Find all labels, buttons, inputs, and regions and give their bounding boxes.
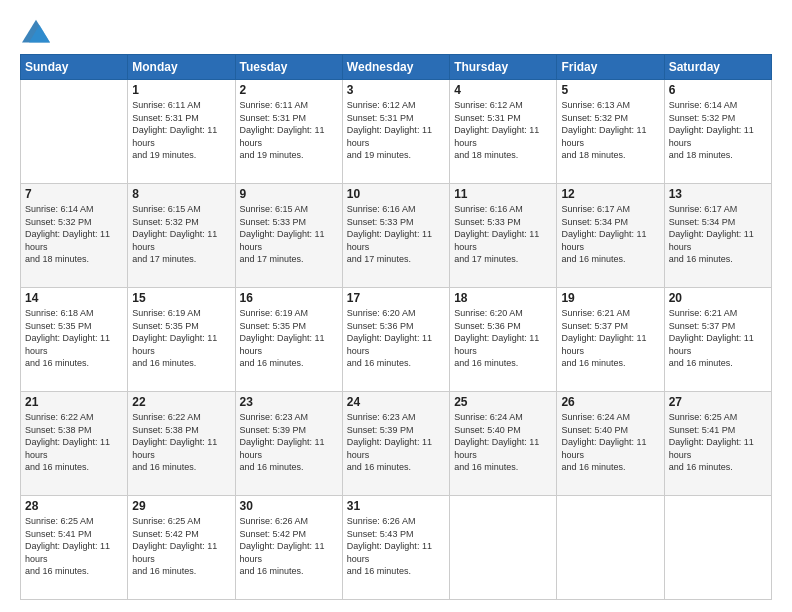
day-info: Sunrise: 6:17 AMSunset: 5:34 PMDaylight:… [669,203,767,266]
day-number: 4 [454,83,552,97]
day-number: 24 [347,395,445,409]
logo-icon [20,18,52,46]
calendar-header-friday: Friday [557,55,664,80]
day-info: Sunrise: 6:25 AMSunset: 5:41 PMDaylight:… [25,515,123,578]
calendar-cell: 22Sunrise: 6:22 AMSunset: 5:38 PMDayligh… [128,392,235,496]
calendar-cell: 1Sunrise: 6:11 AMSunset: 5:31 PMDaylight… [128,80,235,184]
calendar-header-wednesday: Wednesday [342,55,449,80]
day-info: Sunrise: 6:24 AMSunset: 5:40 PMDaylight:… [561,411,659,474]
calendar-week-4: 28Sunrise: 6:25 AMSunset: 5:41 PMDayligh… [21,496,772,600]
calendar-cell: 26Sunrise: 6:24 AMSunset: 5:40 PMDayligh… [557,392,664,496]
calendar-cell: 3Sunrise: 6:12 AMSunset: 5:31 PMDaylight… [342,80,449,184]
day-number: 19 [561,291,659,305]
calendar-week-2: 14Sunrise: 6:18 AMSunset: 5:35 PMDayligh… [21,288,772,392]
calendar-cell: 20Sunrise: 6:21 AMSunset: 5:37 PMDayligh… [664,288,771,392]
logo [20,18,56,46]
calendar-header-monday: Monday [128,55,235,80]
day-info: Sunrise: 6:11 AMSunset: 5:31 PMDaylight:… [132,99,230,162]
calendar-cell [21,80,128,184]
calendar-cell: 6Sunrise: 6:14 AMSunset: 5:32 PMDaylight… [664,80,771,184]
day-number: 15 [132,291,230,305]
calendar-cell: 4Sunrise: 6:12 AMSunset: 5:31 PMDaylight… [450,80,557,184]
day-number: 8 [132,187,230,201]
calendar-cell: 24Sunrise: 6:23 AMSunset: 5:39 PMDayligh… [342,392,449,496]
calendar-cell: 15Sunrise: 6:19 AMSunset: 5:35 PMDayligh… [128,288,235,392]
day-info: Sunrise: 6:13 AMSunset: 5:32 PMDaylight:… [561,99,659,162]
calendar-header-tuesday: Tuesday [235,55,342,80]
day-number: 14 [25,291,123,305]
calendar-week-0: 1Sunrise: 6:11 AMSunset: 5:31 PMDaylight… [21,80,772,184]
day-info: Sunrise: 6:16 AMSunset: 5:33 PMDaylight:… [347,203,445,266]
calendar-cell: 27Sunrise: 6:25 AMSunset: 5:41 PMDayligh… [664,392,771,496]
calendar-cell: 8Sunrise: 6:15 AMSunset: 5:32 PMDaylight… [128,184,235,288]
day-number: 7 [25,187,123,201]
day-info: Sunrise: 6:25 AMSunset: 5:42 PMDaylight:… [132,515,230,578]
day-number: 17 [347,291,445,305]
calendar-cell: 25Sunrise: 6:24 AMSunset: 5:40 PMDayligh… [450,392,557,496]
day-info: Sunrise: 6:11 AMSunset: 5:31 PMDaylight:… [240,99,338,162]
day-number: 9 [240,187,338,201]
calendar-cell: 28Sunrise: 6:25 AMSunset: 5:41 PMDayligh… [21,496,128,600]
day-number: 6 [669,83,767,97]
day-number: 30 [240,499,338,513]
calendar-cell: 7Sunrise: 6:14 AMSunset: 5:32 PMDaylight… [21,184,128,288]
day-number: 27 [669,395,767,409]
day-number: 18 [454,291,552,305]
day-info: Sunrise: 6:17 AMSunset: 5:34 PMDaylight:… [561,203,659,266]
calendar-cell [557,496,664,600]
day-number: 5 [561,83,659,97]
calendar-cell: 29Sunrise: 6:25 AMSunset: 5:42 PMDayligh… [128,496,235,600]
day-info: Sunrise: 6:14 AMSunset: 5:32 PMDaylight:… [669,99,767,162]
day-number: 29 [132,499,230,513]
calendar-cell: 5Sunrise: 6:13 AMSunset: 5:32 PMDaylight… [557,80,664,184]
day-info: Sunrise: 6:26 AMSunset: 5:42 PMDaylight:… [240,515,338,578]
calendar-header-sunday: Sunday [21,55,128,80]
day-number: 1 [132,83,230,97]
calendar-cell: 2Sunrise: 6:11 AMSunset: 5:31 PMDaylight… [235,80,342,184]
day-info: Sunrise: 6:12 AMSunset: 5:31 PMDaylight:… [347,99,445,162]
header [20,18,772,46]
day-info: Sunrise: 6:19 AMSunset: 5:35 PMDaylight:… [132,307,230,370]
day-number: 11 [454,187,552,201]
day-number: 13 [669,187,767,201]
day-info: Sunrise: 6:26 AMSunset: 5:43 PMDaylight:… [347,515,445,578]
calendar-cell: 11Sunrise: 6:16 AMSunset: 5:33 PMDayligh… [450,184,557,288]
calendar-cell: 10Sunrise: 6:16 AMSunset: 5:33 PMDayligh… [342,184,449,288]
day-number: 31 [347,499,445,513]
day-info: Sunrise: 6:15 AMSunset: 5:33 PMDaylight:… [240,203,338,266]
calendar-week-3: 21Sunrise: 6:22 AMSunset: 5:38 PMDayligh… [21,392,772,496]
day-number: 21 [25,395,123,409]
day-info: Sunrise: 6:21 AMSunset: 5:37 PMDaylight:… [561,307,659,370]
calendar-cell: 23Sunrise: 6:23 AMSunset: 5:39 PMDayligh… [235,392,342,496]
calendar-cell: 18Sunrise: 6:20 AMSunset: 5:36 PMDayligh… [450,288,557,392]
day-number: 16 [240,291,338,305]
calendar-cell: 9Sunrise: 6:15 AMSunset: 5:33 PMDaylight… [235,184,342,288]
day-info: Sunrise: 6:20 AMSunset: 5:36 PMDaylight:… [454,307,552,370]
day-info: Sunrise: 6:15 AMSunset: 5:32 PMDaylight:… [132,203,230,266]
calendar-cell [450,496,557,600]
day-info: Sunrise: 6:14 AMSunset: 5:32 PMDaylight:… [25,203,123,266]
day-number: 23 [240,395,338,409]
day-info: Sunrise: 6:22 AMSunset: 5:38 PMDaylight:… [25,411,123,474]
day-number: 10 [347,187,445,201]
day-number: 3 [347,83,445,97]
day-info: Sunrise: 6:23 AMSunset: 5:39 PMDaylight:… [240,411,338,474]
day-info: Sunrise: 6:21 AMSunset: 5:37 PMDaylight:… [669,307,767,370]
day-info: Sunrise: 6:25 AMSunset: 5:41 PMDaylight:… [669,411,767,474]
day-info: Sunrise: 6:18 AMSunset: 5:35 PMDaylight:… [25,307,123,370]
calendar-header-saturday: Saturday [664,55,771,80]
calendar-week-1: 7Sunrise: 6:14 AMSunset: 5:32 PMDaylight… [21,184,772,288]
day-info: Sunrise: 6:12 AMSunset: 5:31 PMDaylight:… [454,99,552,162]
calendar-table: SundayMondayTuesdayWednesdayThursdayFrid… [20,54,772,600]
calendar-header-row: SundayMondayTuesdayWednesdayThursdayFrid… [21,55,772,80]
calendar-cell: 13Sunrise: 6:17 AMSunset: 5:34 PMDayligh… [664,184,771,288]
day-number: 12 [561,187,659,201]
day-number: 26 [561,395,659,409]
day-info: Sunrise: 6:20 AMSunset: 5:36 PMDaylight:… [347,307,445,370]
calendar-cell: 12Sunrise: 6:17 AMSunset: 5:34 PMDayligh… [557,184,664,288]
day-number: 20 [669,291,767,305]
calendar-cell [664,496,771,600]
calendar-cell: 31Sunrise: 6:26 AMSunset: 5:43 PMDayligh… [342,496,449,600]
calendar-header-thursday: Thursday [450,55,557,80]
day-info: Sunrise: 6:24 AMSunset: 5:40 PMDaylight:… [454,411,552,474]
